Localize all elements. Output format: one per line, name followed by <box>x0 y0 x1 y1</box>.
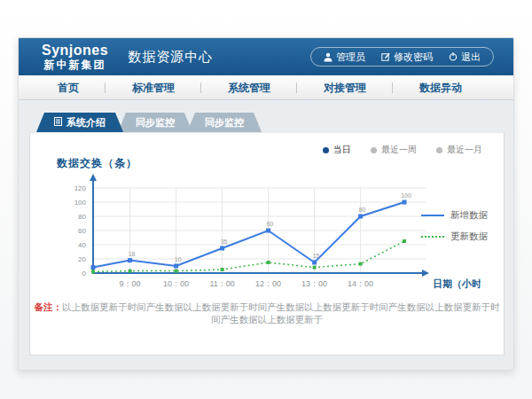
user-menu-admin[interactable]: 管理员 <box>324 51 365 64</box>
radio-last-week[interactable]: 最近一周 <box>371 144 417 156</box>
tab-bar: 系统介绍 同步监控 同步监控 <box>36 113 503 132</box>
data-point <box>129 270 132 273</box>
data-point-label: 15 <box>313 253 320 259</box>
radio-today-label: 当日 <box>333 144 351 156</box>
footnote: 备注：以上数据更新于时间产生数据以上数据更新于时间产生数据以上数据更新于时间产生… <box>30 301 504 326</box>
footnote-text: 以上数据更新于时间产生数据以上数据更新于时间产生数据以上数据更新于时间产生数据以… <box>62 301 500 325</box>
data-point <box>266 229 270 233</box>
edit-icon <box>381 52 390 61</box>
nav-item-interface-mgmt[interactable]: 对接管理 <box>297 75 393 100</box>
logo-text: Synjones <box>42 43 108 58</box>
data-point <box>267 261 270 264</box>
legend-item-update-data: 更新数据 <box>421 231 488 243</box>
user-toolbar: 管理员 修改密码 退出 <box>310 47 494 66</box>
time-range-filter: 当日 最近一周 最近一月 <box>323 144 482 156</box>
nav-item-standard-mgmt[interactable]: 标准管理 <box>106 75 201 100</box>
footnote-prefix: 备注： <box>35 301 63 312</box>
data-point <box>91 270 95 273</box>
change-password-label: 修改密码 <box>394 51 433 64</box>
data-point-label: 100 <box>401 192 411 199</box>
chart-legend: 新增数据 更新数据 <box>421 209 488 252</box>
series-line-0 <box>93 202 404 268</box>
x-tick-label: 12：00 <box>255 279 281 288</box>
chart-panel: 当日 最近一周 最近一月 数据交换（条） 0204060801001209：00… <box>29 132 505 356</box>
main-nav: 首页 标准管理 系统管理 对接管理 数据异动 <box>19 75 513 100</box>
data-point <box>91 265 96 270</box>
x-axis-title: 日期（小时） <box>433 278 481 290</box>
y-tick-label: 0 <box>82 270 87 278</box>
line-chart: 0204060801001209：0010：0011：0012：0013：001… <box>44 168 481 307</box>
radio-today[interactable]: 当日 <box>323 144 351 156</box>
data-point <box>403 239 406 243</box>
user-menu-admin-label: 管理员 <box>336 51 365 64</box>
legend-new-data-label: 新增数据 <box>450 209 488 222</box>
data-point <box>175 270 178 273</box>
change-password-button[interactable]: 修改密码 <box>381 51 433 64</box>
user-icon <box>324 52 332 62</box>
power-icon <box>449 52 458 61</box>
tab-sync-monitor-2-label: 同步监控 <box>205 113 244 132</box>
data-point-label: 10 <box>175 256 182 262</box>
data-point <box>312 261 317 265</box>
data-point-label: 35 <box>221 239 228 245</box>
data-point <box>358 215 363 219</box>
logout-button[interactable]: 退出 <box>449 51 481 64</box>
dotted-line-swatch-icon <box>421 236 444 238</box>
data-point-label: 60 <box>267 221 274 227</box>
radio-dot-selected-icon <box>323 147 329 153</box>
y-tick-label: 80 <box>78 213 86 221</box>
legend-item-new-data: 新增数据 <box>421 209 488 222</box>
y-tick-label: 20 <box>78 255 86 263</box>
y-tick-label: 120 <box>74 184 87 192</box>
nav-item-home[interactable]: 首页 <box>31 75 106 100</box>
data-point <box>220 246 224 251</box>
header: Synjones 新中新集团 数据资源中心 管理员 修改密码 退出 <box>19 38 513 75</box>
company-logo: Synjones 新中新集团 <box>42 43 108 70</box>
radio-dot-icon <box>371 147 377 153</box>
y-tick-label: 40 <box>78 241 86 249</box>
x-tick-label: 13：00 <box>301 279 327 288</box>
solid-line-swatch-icon <box>421 215 444 216</box>
tab-sync-monitor-2[interactable]: 同步监控 <box>187 113 262 132</box>
data-point <box>403 200 407 205</box>
series-line-1 <box>93 241 404 271</box>
legend-update-data-label: 更新数据 <box>450 231 488 243</box>
data-point <box>128 258 132 262</box>
x-tick-label: 14：00 <box>348 279 373 288</box>
document-icon <box>54 113 62 132</box>
data-point <box>221 268 224 271</box>
data-point-label: 18 <box>129 251 136 257</box>
radio-dot-icon <box>436 147 442 153</box>
logo-subtext: 新中新集团 <box>42 59 108 70</box>
tab-sync-monitor-1-label: 同步监控 <box>136 113 175 132</box>
data-point-label: 80 <box>359 207 366 213</box>
nav-item-data-change[interactable]: 数据异动 <box>393 75 489 100</box>
tab-system-intro-label: 系统介绍 <box>66 113 106 132</box>
x-tick-label: 11：00 <box>209 279 234 288</box>
page-title: 数据资源中心 <box>128 49 213 66</box>
tab-sync-monitor-1[interactable]: 同步监控 <box>118 113 192 132</box>
nav-item-system-mgmt[interactable]: 系统管理 <box>201 75 297 100</box>
data-point <box>174 264 178 269</box>
app-window: Synjones 新中新集团 数据资源中心 管理员 修改密码 退出 <box>18 37 514 371</box>
chart-svg: 0204060801001209：0010：0011：0012：0013：001… <box>44 168 481 303</box>
radio-last-week-label: 最近一周 <box>381 144 417 156</box>
x-tick-label: 9：00 <box>120 279 141 288</box>
content-area: 系统介绍 同步监控 同步监控 当日 最近一周 <box>19 100 513 371</box>
y-tick-label: 100 <box>74 199 87 207</box>
data-point <box>313 266 317 270</box>
data-point <box>359 262 363 266</box>
x-tick-label: 10：00 <box>163 279 189 288</box>
logout-label: 退出 <box>461 51 481 64</box>
radio-last-month-label: 最近一月 <box>447 144 482 156</box>
y-tick-label: 60 <box>78 227 86 235</box>
x-axis-arrow-icon <box>422 270 429 277</box>
radio-last-month[interactable]: 最近一月 <box>436 144 482 156</box>
y-axis-arrow-icon <box>90 174 97 181</box>
tab-system-intro[interactable]: 系统介绍 <box>36 113 123 132</box>
